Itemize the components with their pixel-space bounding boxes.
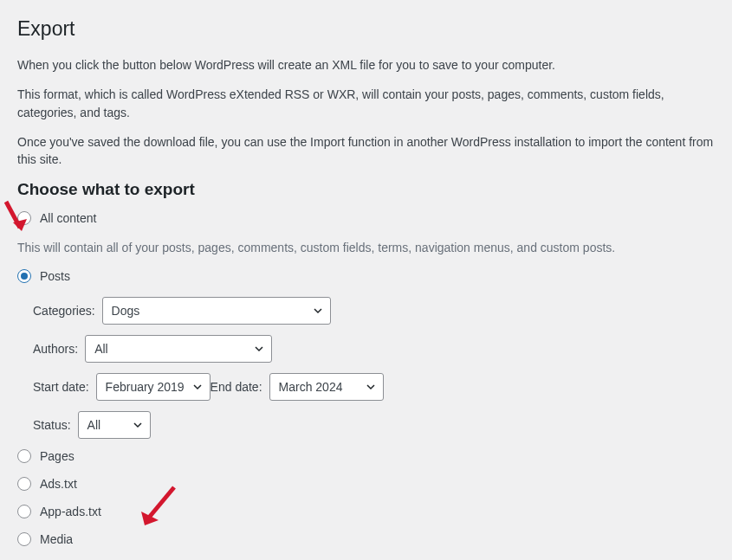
- all-content-description: This will contain all of your posts, pag…: [17, 239, 715, 256]
- start-date-value: February 2019: [97, 380, 210, 394]
- end-date-label: End date:: [211, 380, 262, 394]
- radio-media-label[interactable]: Media: [40, 532, 73, 546]
- intro-paragraph-3: Once you've saved the download file, you…: [17, 133, 715, 169]
- start-date-label: Start date:: [33, 380, 89, 394]
- end-date-select[interactable]: March 2024: [269, 373, 384, 401]
- authors-select[interactable]: All: [85, 335, 272, 363]
- radio-app-ads-label[interactable]: App-ads.txt: [40, 505, 101, 518]
- page-title: Export: [17, 17, 715, 41]
- radio-all-content[interactable]: [17, 211, 31, 225]
- radio-posts-label[interactable]: Posts: [40, 269, 70, 283]
- authors-value: All: [86, 342, 271, 356]
- radio-ads-label[interactable]: Ads.txt: [40, 477, 77, 491]
- categories-select[interactable]: Dogs: [102, 297, 331, 325]
- start-date-select[interactable]: February 2019: [96, 373, 211, 401]
- authors-label: Authors:: [33, 342, 78, 356]
- status-value: All: [79, 418, 150, 432]
- radio-app-ads[interactable]: [17, 505, 31, 518]
- posts-filters: Categories: Dogs Authors: All Start date…: [33, 297, 715, 439]
- radio-all-content-label[interactable]: All content: [40, 211, 96, 225]
- intro-paragraph-1: When you click the button below WordPres…: [17, 56, 715, 74]
- categories-label: Categories:: [33, 304, 95, 318]
- status-label: Status:: [33, 418, 71, 432]
- radio-media[interactable]: [17, 532, 31, 546]
- radio-pages-label[interactable]: Pages: [40, 449, 74, 463]
- radio-ads[interactable]: [17, 477, 31, 491]
- end-date-value: March 2024: [270, 380, 383, 394]
- section-heading: Choose what to export: [17, 180, 715, 199]
- categories-value: Dogs: [103, 304, 330, 318]
- intro-paragraph-2: This format, which is called WordPress e…: [17, 86, 715, 121]
- radio-pages[interactable]: [17, 449, 31, 463]
- radio-posts[interactable]: [17, 269, 31, 283]
- status-select[interactable]: All: [78, 411, 151, 439]
